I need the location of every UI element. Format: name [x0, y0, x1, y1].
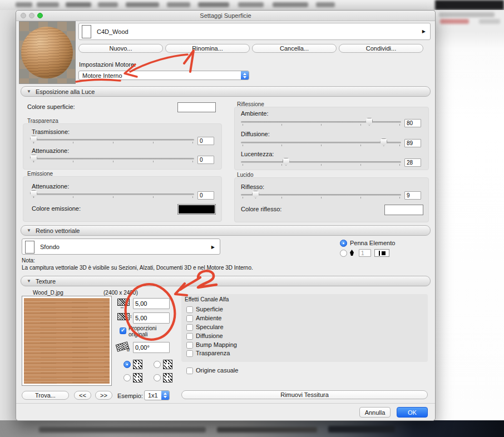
- engine-select[interactable]: Motore Interno: [78, 71, 249, 80]
- alpha-ambient-checkbox[interactable]: [186, 315, 193, 322]
- section-texture-header[interactable]: ▼ Texture: [21, 276, 431, 286]
- attenuation-slider[interactable]: [32, 156, 194, 163]
- ambient-value-field[interactable]: [404, 119, 421, 127]
- texture-rotation-field[interactable]: [133, 342, 170, 353]
- disclosure-triangle-icon[interactable]: ▼: [27, 279, 31, 284]
- slider-track[interactable]: [241, 142, 401, 143]
- alpha-surface-label: Superficie: [196, 306, 223, 312]
- alpha-specular-checkbox[interactable]: [186, 324, 193, 331]
- mirror-mode-1-radio[interactable]: [123, 361, 131, 368]
- pen-color-preview-button[interactable]: [374, 249, 389, 257]
- slider-tick: [321, 197, 322, 198]
- highlight-color-label: Colore riflesso:: [241, 206, 281, 212]
- slider-tick: [153, 196, 154, 198]
- emission-color-swatch[interactable]: [177, 204, 216, 215]
- slider-thumb[interactable]: [365, 118, 373, 126]
- slider-tick: [321, 164, 322, 166]
- highlight-slider[interactable]: [241, 192, 401, 199]
- ok-button[interactable]: OK: [397, 407, 428, 418]
- stepper-icon[interactable]: [241, 71, 249, 80]
- ambient-slider[interactable]: [241, 120, 401, 126]
- title-bar[interactable]: Settaggi Superficie: [16, 11, 435, 21]
- slider-track[interactable]: [241, 121, 401, 123]
- slider-tick: [153, 142, 154, 143]
- slider-track[interactable]: [32, 139, 194, 141]
- pen-number-field[interactable]: [359, 249, 371, 257]
- slider-thumb[interactable]: [283, 158, 290, 166]
- menubar-blob: [316, 2, 335, 7]
- slider-track[interactable]: [32, 158, 194, 160]
- slider-tick: [192, 161, 193, 162]
- texture-width-field[interactable]: [133, 298, 170, 309]
- alpha-effects-title: Effetti Canale Alfa: [185, 296, 229, 302]
- shininess-slider[interactable]: [241, 160, 401, 166]
- previous-texture-button[interactable]: <<: [74, 391, 91, 400]
- delete-button[interactable]: Cancella...: [252, 44, 337, 53]
- rename-button[interactable]: Rinomina...: [165, 44, 250, 53]
- attenuation-value-field[interactable]: [197, 156, 214, 164]
- mirror-mode-2-radio[interactable]: [154, 361, 161, 368]
- mirror-pattern-2-icon: [163, 360, 172, 369]
- transmission-value-field[interactable]: [197, 137, 214, 145]
- remove-texture-button[interactable]: Rimuovi Tessitura: [181, 390, 428, 399]
- texture-height-field[interactable]: [133, 312, 170, 324]
- texture-filename: Wood_D.jpg: [33, 290, 63, 296]
- find-texture-button[interactable]: Trova...: [22, 391, 69, 400]
- next-texture-button[interactable]: >>: [95, 391, 112, 400]
- element-pen-label: Penna Elemento: [350, 240, 395, 246]
- slider-tick: [243, 145, 243, 146]
- new-button[interactable]: Nuovo...: [78, 44, 163, 53]
- background-hatch-select[interactable]: Sfondo ▶: [22, 239, 220, 255]
- custom-pen-radio[interactable]: [340, 250, 347, 257]
- element-pen-radio[interactable]: [340, 240, 347, 247]
- diffuse-value-field[interactable]: [404, 139, 421, 147]
- slider-tick: [399, 164, 400, 166]
- transmission-slider[interactable]: [32, 137, 194, 144]
- slider-track[interactable]: [241, 194, 401, 196]
- slider-tick: [33, 142, 34, 143]
- slider-thumb[interactable]: [380, 138, 387, 146]
- emission-attenuation-value-field[interactable]: [197, 191, 214, 200]
- slider-tick: [399, 197, 400, 198]
- alpha-diffuse-checkbox[interactable]: [186, 333, 193, 340]
- stepper-icon[interactable]: [161, 391, 169, 400]
- shininess-value-field[interactable]: [404, 158, 421, 167]
- slider-track[interactable]: [241, 161, 401, 163]
- material-name-field[interactable]: C4D_Wood ▶: [78, 23, 431, 40]
- disclosure-triangle-icon[interactable]: ▼: [27, 228, 31, 233]
- hatch-popup-arrow-icon[interactable]: ▶: [211, 245, 215, 250]
- menubar-blob: [198, 2, 229, 7]
- random-origin-checkbox[interactable]: [186, 368, 193, 374]
- emission-attenuation-slider[interactable]: [32, 192, 194, 198]
- alpha-surface-checkbox[interactable]: [186, 306, 193, 313]
- sample-label: Esempio:: [117, 393, 143, 399]
- alpha-bump-checkbox[interactable]: [186, 342, 193, 349]
- share-button[interactable]: Condividi...: [339, 44, 423, 53]
- alpha-transparency-label: Trasparenza: [196, 350, 230, 356]
- slider-tick: [33, 161, 34, 162]
- surface-color-swatch[interactable]: [177, 102, 216, 112]
- alpha-transparency-checkbox[interactable]: [186, 350, 193, 357]
- mirror-mode-4-radio[interactable]: [154, 374, 161, 381]
- sample-select[interactable]: 1x1: [144, 390, 170, 400]
- ambient-label: Ambiente:: [241, 110, 269, 117]
- menubar-blob: [66, 2, 91, 7]
- menubar-blob: [98, 2, 118, 7]
- section-vector-header[interactable]: ▼ Retino vettoriale: [21, 225, 431, 236]
- mirror-mode-3-radio[interactable]: [123, 374, 131, 381]
- slider-thumb[interactable]: [252, 191, 259, 198]
- diffuse-label: Diffusione:: [241, 131, 270, 137]
- keep-proportions-checkbox[interactable]: [120, 327, 126, 334]
- slider-track[interactable]: [32, 193, 194, 195]
- diffuse-slider[interactable]: [241, 140, 401, 147]
- material-popup-arrow-icon[interactable]: ▶: [422, 29, 426, 34]
- cancel-button[interactable]: Annulla: [359, 407, 391, 418]
- material-color-swatch[interactable]: [82, 25, 91, 38]
- section-light-header[interactable]: ▼ Esposizione alla Luce: [21, 86, 431, 97]
- pen-bar-icon: [379, 251, 380, 256]
- highlight-value-field[interactable]: [404, 191, 421, 200]
- proportions-label-line2: originali: [129, 331, 147, 337]
- hatch-select-value: Sfondo: [40, 244, 60, 250]
- disclosure-triangle-icon[interactable]: ▼: [27, 89, 31, 94]
- highlight-color-swatch[interactable]: [384, 205, 423, 215]
